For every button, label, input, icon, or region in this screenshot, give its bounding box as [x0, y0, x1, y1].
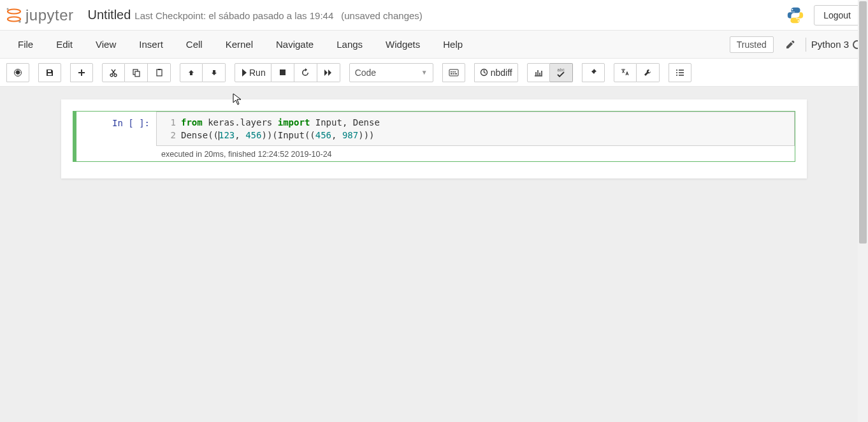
jupyter-wordmark: jupyter [25, 6, 74, 24]
menu-widgets[interactable]: Widgets [374, 33, 431, 56]
cell-type-select[interactable]: Code [349, 63, 433, 82]
menu-view[interactable]: View [84, 33, 127, 56]
spellcheck-button[interactable]: abc [550, 63, 573, 82]
execution-info: executed in 20ms, finished 12:24:52 2019… [156, 146, 795, 161]
svg-rect-16 [453, 73, 454, 75]
svg-point-5 [798, 20, 799, 21]
title-area: Untitled Last Checkpoint: el sábado pasa… [88, 8, 423, 22]
code-input-area[interactable]: 12 from keras.layers import Input, Dense… [156, 112, 795, 146]
svg-rect-15 [451, 73, 452, 75]
move-up-button[interactable] [180, 63, 203, 82]
run-button[interactable]: Run [235, 63, 271, 82]
nbdiff-label: nbdiff [491, 68, 512, 78]
kernel-name[interactable]: Python 3 [811, 39, 849, 50]
svg-rect-19 [452, 71, 454, 73]
cell-type-value: Code [355, 68, 376, 78]
python-logo-icon [786, 6, 814, 25]
pencil-icon[interactable] [785, 40, 795, 50]
logout-button[interactable]: Logout [814, 5, 860, 25]
interrupt-button[interactable] [271, 63, 294, 82]
menu-insert[interactable]: Insert [127, 33, 175, 56]
svg-point-1 [8, 17, 20, 21]
move-down-button[interactable] [203, 63, 226, 82]
paste-button[interactable] [148, 63, 171, 82]
run-label: Run [249, 68, 266, 78]
checkpoint-info: Last Checkpoint: el sábado pasado a las … [134, 10, 333, 21]
notebook-container: In [ ]: 12 from keras.layers import Inpu… [61, 99, 807, 178]
jupyter-icon [5, 6, 23, 24]
menu-navigate[interactable]: Navigate [264, 33, 325, 56]
notebook-header: jupyter Untitled Last Checkpoint: el sáb… [0, 0, 868, 31]
restart-button[interactable] [294, 63, 317, 82]
cell-body: 12 from keras.layers import Input, Dense… [156, 112, 795, 161]
nbdiff-button[interactable]: nbdiff [474, 63, 518, 82]
scrollbar-thumb[interactable] [859, 1, 867, 244]
nbextension-config-button[interactable] [6, 63, 29, 82]
command-palette-button[interactable] [442, 63, 465, 82]
svg-rect-13 [280, 69, 286, 75]
scrollbar[interactable] [858, 0, 868, 422]
divider [806, 38, 806, 52]
svg-rect-17 [455, 73, 457, 75]
svg-rect-11 [157, 69, 162, 76]
svg-rect-10 [135, 71, 140, 76]
trusted-indicator[interactable]: Trusted [730, 36, 774, 53]
unsaved-indicator: (unsaved changes) [341, 10, 423, 21]
pin-button[interactable] [582, 63, 605, 82]
menu-kernel[interactable]: Kernel [214, 33, 264, 56]
notebook-title[interactable]: Untitled [88, 8, 131, 22]
restart-run-all-button[interactable] [317, 63, 340, 82]
svg-rect-20 [454, 71, 456, 73]
cut-button[interactable] [102, 63, 125, 82]
jupyter-logo[interactable]: jupyter [3, 6, 76, 24]
svg-point-4 [792, 8, 793, 10]
svg-point-3 [18, 20, 21, 23]
menu-cell[interactable]: Cell [175, 33, 214, 56]
input-prompt: In [ ]: [73, 112, 156, 161]
code-cell[interactable]: In [ ]: 12 from keras.layers import Inpu… [73, 111, 795, 162]
toolbar: Run Code nbdiff abc [0, 59, 868, 87]
svg-point-8 [114, 74, 117, 76]
copy-button[interactable] [125, 63, 148, 82]
svg-point-2 [7, 8, 9, 10]
toc-button[interactable] [669, 63, 691, 82]
save-button[interactable] [38, 63, 61, 82]
tools-button[interactable] [637, 63, 660, 82]
line-gutter: 12 [162, 116, 181, 142]
svg-rect-12 [158, 69, 161, 70]
menu-edit[interactable]: Edit [45, 33, 84, 56]
svg-point-0 [8, 9, 20, 13]
menu-help[interactable]: Help [431, 33, 474, 56]
menubar: File Edit View Insert Cell Kernel Naviga… [0, 31, 868, 59]
menu-langs[interactable]: Langs [325, 33, 374, 56]
menu-file[interactable]: File [6, 33, 45, 56]
code-chart-button[interactable] [527, 63, 550, 82]
code-content[interactable]: from keras.layers import Input, Dense De… [181, 116, 380, 142]
translate-button[interactable] [614, 63, 637, 82]
notebook-scroll-area[interactable]: In [ ]: 12 from keras.layers import Inpu… [0, 87, 868, 422]
svg-rect-14 [449, 69, 458, 76]
add-cell-button[interactable] [70, 63, 93, 82]
svg-rect-18 [451, 71, 452, 73]
svg-point-7 [110, 74, 113, 76]
